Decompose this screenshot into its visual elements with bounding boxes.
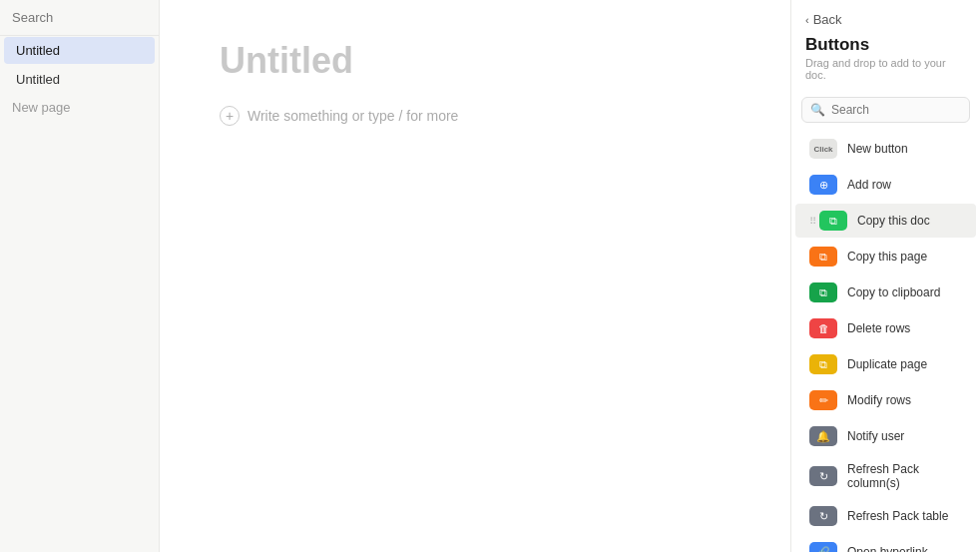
button-icon: 🔗 [809,542,837,552]
button-label: Refresh Pack column(s) [847,462,962,490]
button-icon: ⧉ [809,282,837,302]
panel-title: Buttons [805,35,966,55]
button-icon: ⧉ [809,247,837,267]
button-label: Modify rows [847,393,911,407]
button-label: Copy this doc [857,214,930,228]
panel-title-section: Buttons Drag and drop to add to your doc… [791,31,980,93]
sidebar-item-untitled-1[interactable]: Untitled [4,37,155,64]
sidebar-item-untitled-2[interactable]: Untitled [4,66,155,93]
button-icon: ⧉ [819,211,847,231]
button-label: Duplicate page [847,357,927,371]
sidebar-search-input[interactable] [8,8,151,27]
add-block-button[interactable]: + [220,106,240,126]
sidebar-search-area [0,0,159,36]
panel-search-input[interactable] [831,103,961,117]
editor-placeholder: Write something or type / for more [247,108,458,124]
button-list-item[interactable]: 🗑Delete rows [795,311,976,345]
button-list-item[interactable]: ⠿⧉Copy this doc [795,204,976,238]
button-label: Delete rows [847,321,910,335]
back-chevron-icon: ‹ [805,14,809,26]
search-icon: 🔍 [810,103,825,117]
button-list-item[interactable]: ↻Refresh Pack column(s) [795,455,976,497]
button-label: Copy to clipboard [847,285,940,299]
button-list: ClickNew button⊕Add row⠿⧉Copy this doc⧉C… [791,131,980,552]
button-icon: ↻ [809,466,837,486]
panel-subtitle: Drag and drop to add to your doc. [805,57,966,81]
button-label: Add row [847,178,891,192]
button-list-item[interactable]: ⧉Copy this page [795,240,976,274]
button-list-item[interactable]: ClickNew button [795,132,976,166]
button-list-item[interactable]: 🔗Open hyperlink [795,535,976,552]
button-list-item[interactable]: 🔔Notify user [795,419,976,453]
button-list-item[interactable]: ✏Modify rows [795,383,976,417]
button-icon: ✏ [809,390,837,410]
button-label: Open hyperlink [847,545,928,552]
panel-header: ‹ Back [791,0,980,31]
button-label: New button [847,142,908,156]
page-title: Untitled [220,40,731,82]
button-label: Copy this page [847,250,927,264]
button-label: Notify user [847,429,904,443]
main-content: Untitled + Write something or type / for… [160,0,790,552]
button-label: Refresh Pack table [847,509,948,523]
drag-handle-icon: ⠿ [809,216,813,227]
button-icon: 🗑 [809,318,837,338]
sidebar: Untitled Untitled New page [0,0,160,552]
editor-line: + Write something or type / for more [220,106,731,126]
right-panel: ‹ Back Buttons Drag and drop to add to y… [790,0,980,552]
button-list-item[interactable]: ⧉Copy to clipboard [795,276,976,309]
button-icon: Click [809,139,837,159]
sidebar-new-page[interactable]: New page [0,94,159,121]
button-icon: ↻ [809,506,837,526]
button-list-item[interactable]: ⊕Add row [795,168,976,202]
button-icon: ⧉ [809,354,837,374]
button-list-item[interactable]: ↻Refresh Pack table [795,499,976,533]
button-icon: 🔔 [809,426,837,446]
button-list-item[interactable]: ⧉Duplicate page [795,347,976,381]
button-icon: ⊕ [809,175,837,195]
panel-search-area: 🔍 [801,97,970,123]
back-button[interactable]: ‹ Back [805,12,842,27]
